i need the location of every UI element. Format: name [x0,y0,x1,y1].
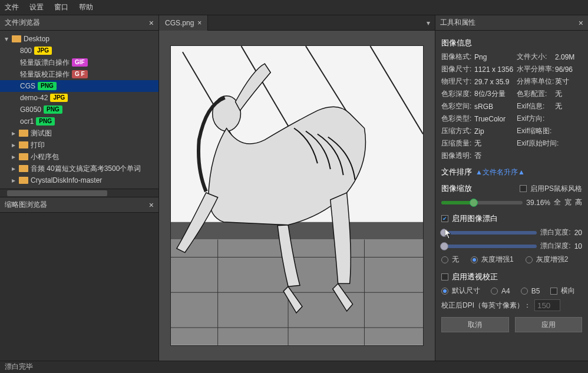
close-icon[interactable]: × [149,200,154,210]
png-badge: PNG [38,82,57,90]
tree-file[interactable]: G8050PNG [0,104,158,115]
radio-gray1[interactable] [471,256,478,263]
file-browser-panel: 文件浏览器 × ▾ Desktop 800JPG 轻量版漂白操作GIF 轻量版校… [0,15,159,197]
tools-title: 工具和属性 [440,18,475,28]
tree-folder[interactable]: ▸测试图 [0,127,158,139]
cursor-icon [445,229,452,239]
image-preview [170,45,424,346]
expand-icon[interactable]: ▸ [11,176,16,184]
menubar: 文件 设置 窗口 帮助 [0,0,588,15]
gif-badge: GIF [72,58,88,67]
chevron-down-icon[interactable]: ▾ [422,19,435,27]
file-sort-label: 文件排序 [441,167,472,177]
zoom-full[interactable]: 全 [554,197,561,207]
folder-icon [19,165,28,172]
expand-icon[interactable]: ▸ [11,129,16,137]
folder-icon [19,153,28,160]
enable-bleach-checkbox[interactable] [441,215,448,222]
editor-tab[interactable]: CGS.png × [159,15,208,31]
enable-bleach-label: 启用图像漂白 [452,213,498,224]
close-icon[interactable]: × [197,19,201,27]
radio-none[interactable] [441,256,448,263]
tab-label: CGS.png [165,19,194,27]
zoom-tall[interactable]: 高 [575,197,582,207]
thumbnail-browser-panel: 缩略图浏览器 × [0,197,159,361]
tools-properties-panel: 工具和属性 × 图像信息 图像格式:Png 文件大小:2.09M 图像尺寸:11… [435,15,588,361]
expand-icon[interactable]: ▸ [11,153,16,161]
dpi-label: 校正后DPI（每英寸像素）： [441,301,531,311]
radio-default-size[interactable] [441,288,448,295]
ps-mouse-checkbox[interactable] [520,185,527,192]
image-info: 图像格式:Png 文件大小:2.09M 图像尺寸:1121 x 1356 水平分… [441,52,582,161]
close-icon[interactable]: × [579,18,583,28]
radio-b5[interactable] [521,288,528,295]
radio-gray2[interactable] [526,256,533,263]
png-badge: PNG [44,105,62,114]
bleach-depth-slider[interactable] [441,245,537,248]
zoom-slider[interactable] [441,201,523,204]
png-badge: PNG [36,117,55,126]
jpg-badge: JPG [34,47,52,55]
gf-badge: G F [72,70,88,78]
menu-settings[interactable]: 设置 [29,2,44,12]
dpi-input[interactable] [534,299,560,311]
tree-root[interactable]: ▾ Desktop [0,33,158,45]
tree-folder[interactable]: ▸小程序包 [0,151,158,163]
zoom-label: 图像缩放 [441,183,472,194]
tree-file[interactable]: 轻量版校正操作G F [0,68,158,80]
image-canvas[interactable] [159,31,435,361]
thumbnail-area[interactable] [0,213,158,361]
enable-perspective-label: 启用透视校正 [452,272,498,282]
zoom-percent: 39.16% [526,199,550,207]
tree-root-label: Desktop [24,35,49,43]
folder-icon [12,35,21,42]
menu-help[interactable]: 帮助 [79,2,93,12]
cancel-button[interactable]: 取消 [441,317,509,332]
image-info-title: 图像信息 [441,38,582,48]
tree-folder[interactable]: ▸音频 40篇短文搞定高考3500个单词 [0,163,158,174]
tree-file[interactable]: 轻量版漂白操作GIF [0,57,158,68]
expand-icon[interactable]: ▸ [11,164,16,173]
file-tree[interactable]: ▾ Desktop 800JPG 轻量版漂白操作GIF 轻量版校正操作G F C… [0,31,158,189]
tree-folder[interactable]: ▸CrystalDiskInfo-master [0,174,158,186]
status-text: 漂白完毕 [5,362,33,372]
folder-icon [19,141,28,148]
statusbar: 漂白完毕 [0,361,588,372]
menu-window[interactable]: 窗口 [54,2,68,12]
tree-file-selected[interactable]: CGSPNG [0,80,158,92]
tree-file[interactable]: demo-42JPG [0,92,158,104]
apply-button[interactable]: 应用 [515,317,583,332]
file-sort-link[interactable]: ▲文件名升序▲ [475,167,525,177]
thumbnail-browser-title: 缩略图浏览器 [5,200,47,210]
close-icon[interactable]: × [149,18,154,28]
hscrollbar[interactable] [0,189,158,197]
collapse-icon[interactable]: ▾ [4,35,9,43]
menu-file[interactable]: 文件 [5,2,19,12]
bleach-width-slider[interactable] [441,231,537,235]
tabbar: CGS.png × ▾ [159,15,435,31]
file-browser-title: 文件浏览器 [5,18,40,28]
tree-folder[interactable]: ▸打印 [0,139,158,151]
jpg-badge: JPG [50,94,68,102]
folder-icon [19,177,28,184]
expand-icon[interactable]: ▸ [11,141,16,149]
landscape-checkbox[interactable] [550,288,557,295]
tree-file[interactable]: 800JPG [0,45,158,57]
radio-a4[interactable] [491,288,498,295]
svg-rect-5 [171,222,423,240]
folder-icon [19,130,28,137]
zoom-wide[interactable]: 宽 [564,197,572,207]
tree-file[interactable]: ocr1PNG [0,115,158,127]
enable-perspective-checkbox[interactable] [441,273,448,280]
ps-mouse-label: 启用PS鼠标风格 [530,184,582,194]
